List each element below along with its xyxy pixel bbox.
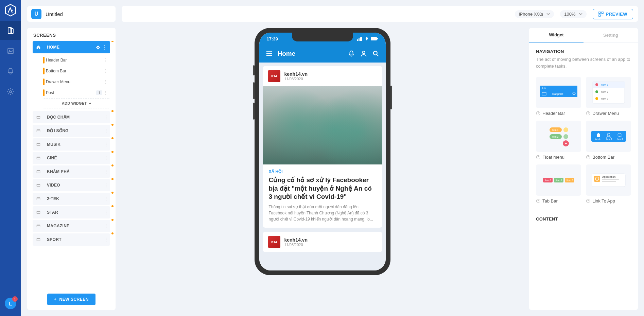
post-category: XÃ HỘI xyxy=(269,169,376,174)
section-content: CONTENT xyxy=(529,210,638,226)
header-title: Home xyxy=(278,50,343,57)
more-icon[interactable]: ⋮ xyxy=(104,115,108,120)
svg-rect-41 xyxy=(371,37,377,40)
screen-item[interactable]: VIDEO⋮ xyxy=(33,179,110,191)
widget-bottom-bar[interactable]: Item 1Item 2Item 3 ?Bottom Bar xyxy=(586,121,631,160)
menu-icon[interactable] xyxy=(265,50,273,57)
more-icon[interactable]: ⋮ xyxy=(104,210,108,215)
svg-rect-24 xyxy=(37,157,40,158)
more-icon[interactable]: ⋮ xyxy=(104,169,108,174)
chevron-down-icon xyxy=(579,12,582,16)
svg-rect-7 xyxy=(602,12,603,13)
tab-widget[interactable]: Widget xyxy=(529,28,584,42)
screen-item[interactable]: MAGAZINE⋮ xyxy=(33,220,110,232)
right-panel: Widget Setting NAVIGATION The act of mov… xyxy=(529,28,638,310)
screen-item[interactable]: STAR⋮ xyxy=(33,206,110,218)
more-icon[interactable]: ⋮ xyxy=(104,90,108,95)
more-icon[interactable]: ⋮ xyxy=(102,44,107,51)
svg-rect-90 xyxy=(594,176,600,182)
more-icon[interactable]: ⋮ xyxy=(104,69,108,73)
widget-header-bar[interactable]: 9:41⊙appfast ?Header Bar xyxy=(536,77,581,116)
zoom-dropdown[interactable]: 100% xyxy=(560,10,586,18)
device-dropdown[interactable]: iPhone X/Xs xyxy=(515,10,554,18)
svg-point-44 xyxy=(373,51,377,55)
screen-item[interactable]: 2-TEK⋮ xyxy=(33,193,110,205)
screen-item[interactable]: SPORT⋮ xyxy=(33,233,110,246)
svg-text:Item 3: Item 3 xyxy=(567,179,573,181)
bell-icon[interactable] xyxy=(348,50,355,57)
post-body: XÃ HỘI Củng cố hồ sơ xử lý Facebooker bị… xyxy=(263,164,382,228)
post-card[interactable]: K14 kenh14.vn 11/03/2020 xyxy=(263,232,382,252)
notification-badge: 1 xyxy=(12,296,18,302)
widget-link-to-app[interactable]: Application ?Link To App xyxy=(586,164,631,204)
widget-float-menu[interactable]: Item 1Item 2+ ?Float menu xyxy=(536,121,581,160)
more-icon[interactable]: ⋮ xyxy=(104,128,108,133)
more-icon[interactable]: ⋮ xyxy=(104,224,108,228)
screen-item[interactable]: ĐỌC CHẬM⋮ xyxy=(33,111,110,123)
screen-item[interactable]: CINÉ⋮ xyxy=(33,152,110,164)
screen-item[interactable]: ĐỜI SỐNG⋮ xyxy=(33,125,110,137)
svg-text:+: + xyxy=(565,141,567,145)
widget-tab-bar[interactable]: Item 1Item 2Item 3 ?Tab Bar xyxy=(536,164,581,204)
svg-rect-28 xyxy=(37,184,40,185)
page-icon xyxy=(36,169,41,174)
svg-text:?: ? xyxy=(587,112,589,115)
rail-settings[interactable] xyxy=(0,82,21,101)
screen-list: HOME ⋮ Header Bar⋮ Bottom Bar⋮ Drawer Me… xyxy=(27,41,116,289)
more-icon[interactable]: ⋮ xyxy=(104,196,108,201)
more-icon[interactable]: ⋮ xyxy=(104,80,108,84)
avatar[interactable]: L 1 xyxy=(5,298,16,309)
time: 17:39 xyxy=(267,36,278,41)
rail-profile[interactable]: L 1 xyxy=(5,298,16,309)
new-screen-button[interactable]: + NEW SCREEN xyxy=(47,294,95,305)
svg-text:?: ? xyxy=(537,156,539,159)
post-card[interactable]: K14 kenh14.vn 11/03/2020 XÃ HỘI Củn xyxy=(263,66,382,228)
more-icon[interactable]: ⋮ xyxy=(104,58,108,63)
child-header-bar[interactable]: Header Bar⋮ xyxy=(33,55,110,66)
svg-point-68 xyxy=(563,134,568,139)
svg-text:Item 3: Item 3 xyxy=(601,97,609,100)
screen-item[interactable]: MUSIK⋮ xyxy=(33,138,110,151)
rail-screens[interactable] xyxy=(0,21,21,40)
post-head: K14 kenh14.vn 11/03/2020 xyxy=(263,66,382,86)
svg-rect-26 xyxy=(37,171,40,171)
more-icon[interactable]: ⋮ xyxy=(104,156,108,160)
preview-label: PREVIEW xyxy=(606,12,627,17)
child-bottom-bar[interactable]: Bottom Bar⋮ xyxy=(33,66,110,76)
more-icon[interactable]: ⋮ xyxy=(104,142,108,147)
gear-icon[interactable] xyxy=(95,45,101,50)
svg-rect-34 xyxy=(37,225,40,226)
rail-notification[interactable] xyxy=(0,62,21,81)
svg-rect-32 xyxy=(37,211,40,212)
top-controls: iPhone X/Xs 100% PREVIEW xyxy=(122,6,638,22)
svg-rect-93 xyxy=(602,179,619,180)
screen-item[interactable]: KHÁM PHÁ⋮ xyxy=(33,165,110,178)
svg-rect-38 xyxy=(359,38,360,41)
more-icon[interactable]: ⋮ xyxy=(104,237,108,242)
user-icon[interactable] xyxy=(360,50,367,57)
canvas: 17:39 Home xyxy=(122,28,523,310)
preview-button[interactable]: PREVIEW xyxy=(593,9,633,19)
left-rail: L 1 xyxy=(0,0,21,316)
svg-point-43 xyxy=(362,51,365,54)
post-source: kenh14.vn xyxy=(284,71,308,77)
child-post[interactable]: Post1⋮ xyxy=(33,87,110,98)
project-title[interactable]: Untitled xyxy=(46,11,63,17)
svg-text:Item 1: Item 1 xyxy=(545,179,552,181)
app-body[interactable]: K14 kenh14.vn 11/03/2020 XÃ HỘI Củn xyxy=(259,63,386,270)
plus-icon: + xyxy=(54,297,57,302)
tab-setting[interactable]: Setting xyxy=(584,28,638,42)
project-icon: U xyxy=(31,9,41,19)
add-widget-button[interactable]: ADD WIDGET+ xyxy=(43,98,110,108)
widget-drawer-menu[interactable]: Item 1Item 2Item 3 ?Drawer Menu xyxy=(586,77,631,116)
tabs: Widget Setting xyxy=(529,28,638,43)
post-avatar: K14 xyxy=(268,236,280,248)
search-icon[interactable] xyxy=(372,50,380,57)
screen-home[interactable]: HOME ⋮ xyxy=(33,41,110,53)
rail-assets[interactable] xyxy=(0,41,21,60)
page-icon xyxy=(36,210,41,215)
child-drawer-menu[interactable]: Drawer Menu⋮ xyxy=(33,76,110,87)
svg-rect-15 xyxy=(96,47,97,47)
svg-rect-30 xyxy=(37,198,40,198)
more-icon[interactable]: ⋮ xyxy=(104,183,108,188)
